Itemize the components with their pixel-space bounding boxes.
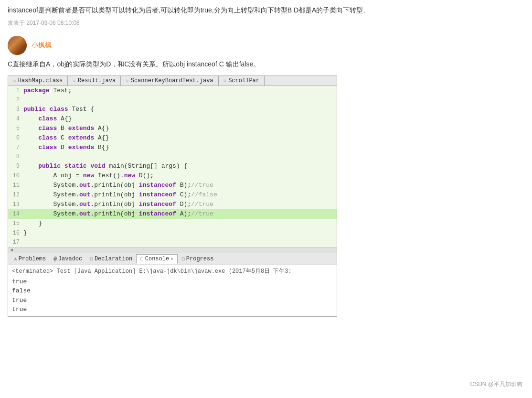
tab-hashmap-label: HashMap.class (18, 77, 63, 84)
console-output-3: true (12, 296, 333, 305)
code-line-8: 8 (8, 152, 337, 161)
console-close[interactable]: ✕ (170, 256, 173, 262)
declaration-icon: ☐ (90, 256, 93, 262)
code-line-17: 17 (8, 238, 337, 247)
tab-scrollpar-label: ScrollPar (228, 77, 259, 84)
tab-hashmap-icon: ☕ (13, 77, 16, 84)
code-line-14: 14 System.out.println(obj instanceof A);… (8, 209, 337, 219)
ide-tabs: ☕ HashMap.class ☕ Result.java ☕ ScannerK… (8, 76, 337, 86)
tab-javadoc[interactable]: @ Javadoc (50, 255, 86, 263)
tab-hashmap[interactable]: ☕ HashMap.class (8, 76, 68, 86)
ide-container: ☕ HashMap.class ☕ Result.java ☕ ScannerK… (8, 75, 337, 317)
tab-progress-label: Progress (186, 256, 214, 262)
progress-icon: ☐ (181, 256, 185, 262)
avatar-image (8, 36, 27, 55)
code-line-12: 12 System.out.println(obj instanceof C);… (8, 190, 337, 200)
avatar (8, 36, 27, 55)
tab-progress[interactable]: ☐ Progress (178, 255, 217, 263)
horizontal-scrollbar[interactable]: ◀ (8, 247, 337, 253)
tab-scanner-icon: ☕ (126, 77, 129, 84)
tab-javadoc-label: Javadoc (58, 256, 82, 262)
username[interactable]: 小枫枫 (32, 41, 52, 50)
scroll-left-arrow[interactable]: ◀ (10, 247, 13, 253)
code-line-16: 16 } (8, 228, 337, 238)
csdn-watermark: CSDN @平凡加班狗 (470, 380, 522, 388)
code-line-10: 10 A obj = new Test().new D(); (8, 171, 337, 181)
tab-console-label: Console (145, 256, 169, 262)
tab-result[interactable]: ☕ Result.java (68, 76, 121, 86)
tab-problems[interactable]: ⚠ Problems (10, 255, 50, 263)
code-line-3: 3 public class Test { (8, 105, 337, 114)
comment-text: C直接继承自A，obj的实际类型为D，和C没有关系。所以obj instance… (8, 59, 524, 69)
console-terminated: <terminated> Test [Java Application] E:\… (12, 267, 333, 275)
code-line-9: 9 public static void main(String[] args)… (8, 161, 337, 171)
page-container: instanceof是判断前者是否可以类型可以转化为后者,可以转化即为true,… (0, 0, 532, 322)
code-line-2: 2 (8, 96, 337, 105)
tab-scrollpar-icon: ☕ (223, 77, 227, 84)
post-meta: 发表于 2017-09-06 08:10:08 (8, 19, 524, 27)
tab-declaration[interactable]: ☐ Declaration (86, 255, 136, 263)
code-line-6: 6 class C extends A{} (8, 133, 337, 143)
tab-result-icon: ☕ (73, 77, 76, 84)
console-area: <terminated> Test [Java Application] E:\… (8, 265, 337, 316)
intro-text: instanceof是判断前者是否可以类型可以转化为后者,可以转化即为true,… (8, 5, 524, 15)
tab-result-label: Result.java (78, 77, 116, 84)
code-line-5: 5 class B extends A{} (8, 124, 337, 133)
tab-console[interactable]: ☐ Console ✕ (136, 254, 178, 264)
user-row: 小枫枫 (8, 36, 524, 55)
code-line-1: 1 package Test; (8, 86, 337, 96)
problems-icon: ⚠ (14, 256, 17, 262)
console-output-2: false (12, 286, 333, 296)
tab-scanner[interactable]: ☕ ScannerKeyBoardTest.java (121, 76, 218, 86)
code-line-7: 7 class D extends B{} (8, 143, 337, 152)
code-line-11: 11 System.out.println(obj instanceof B);… (8, 181, 337, 190)
code-editor[interactable]: 1 package Test; 2 3 public class Test { … (8, 86, 337, 247)
comment-section: 小枫枫 C直接继承自A，obj的实际类型为D，和C没有关系。所以obj inst… (8, 36, 524, 69)
tab-declaration-label: Declaration (95, 256, 132, 262)
tab-scanner-label: ScannerKeyBoardTest.java (131, 77, 213, 84)
tab-scrollpar[interactable]: ☕ ScrollPar (219, 76, 265, 86)
code-line-13: 13 System.out.println(obj instanceof D);… (8, 200, 337, 209)
javadoc-icon: @ (53, 256, 57, 262)
bottom-tabs: ⚠ Problems @ Javadoc ☐ Declaration ☐ Con… (8, 253, 337, 265)
code-line-15: 15 } (8, 219, 337, 228)
code-line-4: 4 class A{} (8, 114, 337, 124)
tab-problems-label: Problems (19, 256, 46, 262)
console-output-4: true (12, 305, 333, 314)
console-icon: ☐ (140, 256, 144, 262)
console-output-1: true (12, 277, 333, 287)
